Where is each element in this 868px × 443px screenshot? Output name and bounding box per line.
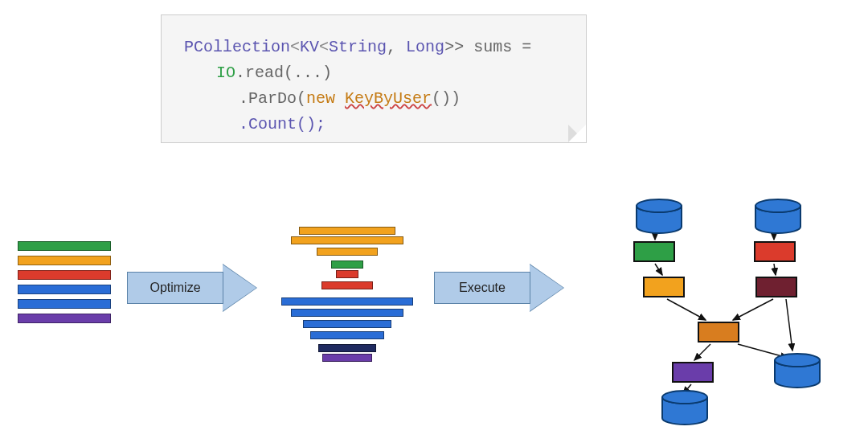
code-line-1: PCollection<KV<String, Long>> sums = — [184, 35, 563, 60]
cylinder-icon — [773, 352, 821, 396]
optimized-bar — [336, 270, 358, 278]
code-line-4: .Count(); — [184, 112, 563, 137]
optimized-bar — [291, 236, 403, 244]
tok: ()) — [432, 89, 461, 108]
optimized-bar — [321, 281, 373, 289]
input-bar — [18, 270, 111, 280]
stage-optimized-bars — [279, 225, 416, 386]
tok: .ParDo( — [239, 89, 306, 108]
code-line-3: .ParDo(new KeyByUser()) — [184, 86, 563, 112]
arrow-label: Optimize — [127, 272, 223, 304]
dag-node — [698, 322, 739, 343]
optimized-bar — [322, 354, 372, 362]
input-bar — [18, 299, 111, 309]
tok: IO — [216, 64, 235, 82]
code-snippet: PCollection<KV<String, Long>> sums = IO.… — [161, 14, 587, 143]
tok — [335, 89, 345, 108]
tok: < — [319, 38, 329, 56]
tok: , — [387, 38, 406, 56]
dag-node — [755, 277, 797, 297]
arrow-head — [223, 265, 256, 311]
arrow-head — [530, 265, 563, 311]
optimized-bar — [303, 320, 391, 328]
input-bar — [18, 314, 111, 323]
input-bar — [18, 256, 111, 265]
tok: String — [329, 38, 387, 56]
dogear — [568, 125, 586, 142]
code-line-2: IO.read(...) — [184, 60, 563, 86]
dag-edge — [667, 299, 706, 320]
cylinder-icon — [754, 198, 802, 241]
optimized-bar — [310, 331, 384, 339]
input-bar — [18, 285, 111, 294]
arrow-optimize: Optimize — [127, 265, 264, 310]
dag-node — [754, 241, 796, 262]
tok: new — [306, 89, 335, 108]
tok-keybyuser: KeyByUser — [345, 89, 432, 108]
dag-edge — [694, 344, 710, 360]
optimized-bar — [299, 227, 395, 235]
tok: .Count(); — [239, 115, 326, 133]
optimized-bar — [318, 344, 376, 352]
svg-point-2 — [775, 354, 820, 367]
dag-edge — [774, 264, 776, 275]
optimized-bar — [317, 248, 378, 256]
pipeline-row: Optimize Execute — [0, 225, 868, 434]
svg-point-3 — [662, 391, 707, 404]
optimized-bar — [331, 260, 363, 269]
input-bar — [18, 241, 111, 251]
optimized-bar — [291, 309, 403, 317]
dag-node — [672, 362, 714, 383]
tok: KV — [300, 38, 319, 56]
dag-edge — [786, 299, 792, 351]
svg-point-1 — [755, 199, 800, 212]
dag-edge — [733, 299, 773, 320]
stage-input-bars — [18, 241, 111, 328]
dag-node — [633, 241, 675, 262]
optimized-bar — [281, 297, 413, 306]
dag-edge — [655, 264, 662, 275]
tok: .read(...) — [235, 64, 332, 82]
arrow-label: Execute — [434, 272, 530, 304]
svg-point-0 — [637, 199, 682, 212]
tok: PCollection — [184, 38, 290, 56]
cylinder-icon — [661, 389, 709, 433]
tok: Long — [406, 38, 444, 56]
tok: < — [290, 38, 300, 56]
execution-dag — [595, 201, 860, 434]
arrow-execute: Execute — [434, 265, 571, 310]
tok: >> sums = — [444, 38, 531, 56]
dag-node — [643, 277, 685, 297]
cylinder-icon — [635, 198, 683, 241]
